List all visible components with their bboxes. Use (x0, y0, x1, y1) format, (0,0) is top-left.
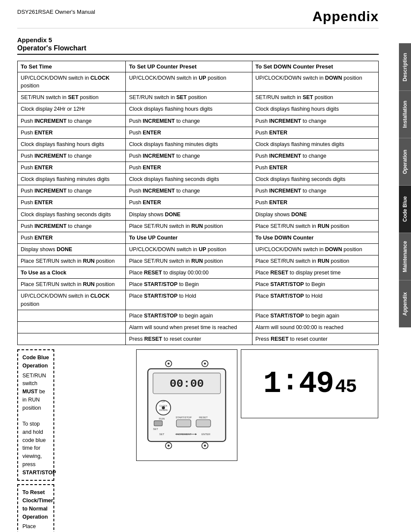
dashed-boxes-column: Code Blue Operation SET/RUN switch MUST … (17, 349, 133, 532)
col3-use-r7: Alarm will sound 00:00:00 is reached (252, 321, 378, 333)
svg-text:START/STOP: START/STOP (176, 416, 192, 419)
table-row: Push ENTER Push ENTER Push ENTER (18, 162, 379, 174)
sidebar-tabs: Description Installation Operation Code … (399, 43, 411, 327)
col3-use-r6: Place START/STOP to begin again (252, 310, 378, 321)
seg-display-value: 1 : 49 45 (263, 367, 356, 401)
col2-r5: Push ENTER (126, 127, 252, 138)
table-row: Place START/STOP to begin again Place ST… (18, 310, 379, 321)
col1-clock-header: To Use as a Clock (18, 267, 126, 279)
col3-use-header: To Use DOWN Counter (252, 232, 378, 243)
table-row: UP/CLOCK/DOWN switch in CLOCK position U… (18, 72, 379, 92)
code-blue-r2: To stop and hold code blue time for view… (22, 420, 49, 476)
col2-r12: Display shows DONE (126, 208, 252, 220)
timer-display: 1 : 49 45 (241, 349, 378, 418)
device-diagram-box: 00:00 UP CLOCK DOWN RUN SET START/STOP (136, 349, 237, 461)
svg-point-2 (168, 363, 170, 365)
page-header: DSY261RSAE Owner's Manual Appendix (17, 9, 379, 28)
svg-text:RESET: RESET (199, 416, 208, 419)
col1-r15: Display shows DONE (18, 243, 126, 255)
tab-description[interactable]: Description (399, 43, 411, 90)
table-row: Place SET/RUN switch in RUN position Pla… (18, 255, 379, 267)
col3-r2: SET/RUN switch in SET position (252, 92, 378, 103)
col3-r3: Clock displays flashing hours digits (252, 103, 378, 115)
code-blue-r1: SET/RUN switch MUST be in RUN position (22, 372, 49, 412)
seg-minutes: 49 (299, 367, 333, 401)
svg-text:UP: UP (162, 400, 165, 403)
col2-r13: Place SET/RUN switch in RUN position (126, 220, 252, 232)
col3-r7: Push INCREMENT to change (252, 150, 378, 162)
col3-r8: Push ENTER (252, 162, 378, 174)
col3-use-r8: Press RESET to reset counter (252, 333, 378, 345)
tab-code-blue[interactable]: Code Blue (399, 185, 411, 233)
col2-r4: Push INCREMENT to change (126, 115, 252, 127)
col2-r7: Push INCREMENT to change (126, 150, 252, 162)
col3-use-r3: Place RESET to display preset time (252, 267, 378, 279)
col2-use-r1: UP/CLOCK/DOWN switch in UP position (126, 243, 252, 255)
svg-text:RUN: RUN (159, 417, 165, 420)
flowchart-title: Operator's Flowchart (17, 44, 379, 55)
seg-hours: 1 (263, 367, 280, 401)
col1-r1: UP/CLOCK/DOWN switch in CLOCK position (18, 72, 126, 92)
col2-use-r8: Press RESET to reset counter (126, 333, 252, 345)
bottom-section: Code Blue Operation SET/RUN switch MUST … (17, 349, 379, 532)
table-row: Clock displays flashing hours digits Clo… (18, 138, 379, 150)
code-blue-title: Code Blue Operation (22, 354, 49, 370)
table-row: Display shows DONE UP/CLOCK/DOWN switch … (18, 243, 379, 255)
tab-maintenance[interactable]: Maintenance (399, 233, 411, 280)
flowchart-table: To Set Time To Set UP Counter Preset To … (17, 61, 379, 345)
svg-rect-21 (196, 420, 211, 427)
appendix-title: Appendix (312, 9, 379, 25)
col2-header: To Set UP Counter Preset (126, 61, 252, 72)
reset-clock-r1: Place SET/RUN switch momentarily in SET … (22, 523, 49, 532)
col1-r11: Push ENTER (18, 197, 126, 208)
table-row: Push INCREMENT to change Place SET/RUN s… (18, 220, 379, 232)
reset-clock-box: To Reset Clock/Timer to Normal Operation… (17, 484, 54, 532)
col2-r2: SET/RUN switch in SET position (126, 92, 252, 103)
tab-appendix[interactable]: Appendix (399, 280, 411, 327)
svg-rect-17 (154, 421, 162, 426)
col1-empty2 (18, 321, 126, 333)
table-row: To Use as a Clock Place RESET to display… (18, 267, 379, 279)
col3-r10: Push INCREMENT to change (252, 185, 378, 197)
table-row: Press RESET to reset counter Press RESET… (18, 333, 379, 345)
col3-header: To Set DOWN Counter Preset (252, 61, 378, 72)
table-row: Push INCREMENT to change Push INCREMENT … (18, 150, 379, 162)
col1-empty3 (18, 333, 126, 345)
col2-use-r6: Place START/STOP to begin again (126, 310, 252, 321)
col1-empty (18, 310, 126, 321)
table-row: Clock displays flashing seconds digits D… (18, 208, 379, 220)
col3-r12: Display shows DONE (252, 208, 378, 220)
svg-text:00:00: 00:00 (170, 377, 204, 390)
col1-r5: Push ENTER (18, 127, 126, 138)
col3-r13: Place SET/RUN switch in RUN position (252, 220, 378, 232)
svg-text:SET: SET (159, 433, 165, 436)
col3-use-r2: Place SET/RUN switch in RUN position (252, 255, 378, 267)
col1-clock-r1: Place SET/RUN switch in RUN position (18, 279, 126, 290)
col2-use-r5: Place START/STOP to Hold (126, 290, 252, 310)
device-diagram-svg: 00:00 UP CLOCK DOWN RUN SET START/STOP (140, 353, 234, 457)
col2-r8: Push ENTER (126, 162, 252, 174)
svg-point-8 (204, 445, 206, 447)
table-row: Place SET/RUN switch in RUN position Pla… (18, 279, 379, 290)
col2-use-r3: Place RESET to display 00:00:00 (126, 267, 252, 279)
svg-point-6 (168, 445, 170, 447)
doc-title: DSY261RSAE Owner's Manual (17, 9, 95, 15)
table-row: Push ENTER To Use UP Counter To Use DOWN… (18, 232, 379, 243)
col2-r9: Clock displays flashing seconds digits (126, 174, 252, 185)
col1-r3: Clock display 24Hr or 12Hr (18, 103, 126, 115)
seg-seconds: 45 (335, 376, 356, 398)
tab-installation[interactable]: Installation (399, 90, 411, 138)
col1-r8: Push ENTER (18, 162, 126, 174)
svg-point-15 (162, 406, 165, 409)
col1-r10: Push INCREMENT to change (18, 185, 126, 197)
svg-point-4 (204, 363, 206, 365)
tab-operation[interactable]: Operation (399, 138, 411, 185)
seg-colon-1: : (281, 365, 298, 398)
col1-r7: Push INCREMENT to change (18, 150, 126, 162)
col2-r11: Push ENTER (126, 197, 252, 208)
col1-header: To Set Time (18, 61, 126, 72)
svg-rect-19 (177, 420, 191, 427)
svg-text:ENTER: ENTER (202, 433, 211, 436)
col1-clock-r2: UP/CLOCK/DOWN switch in CLOCK position (18, 290, 126, 310)
table-row: Push ENTER Push ENTER Push ENTER (18, 127, 379, 138)
